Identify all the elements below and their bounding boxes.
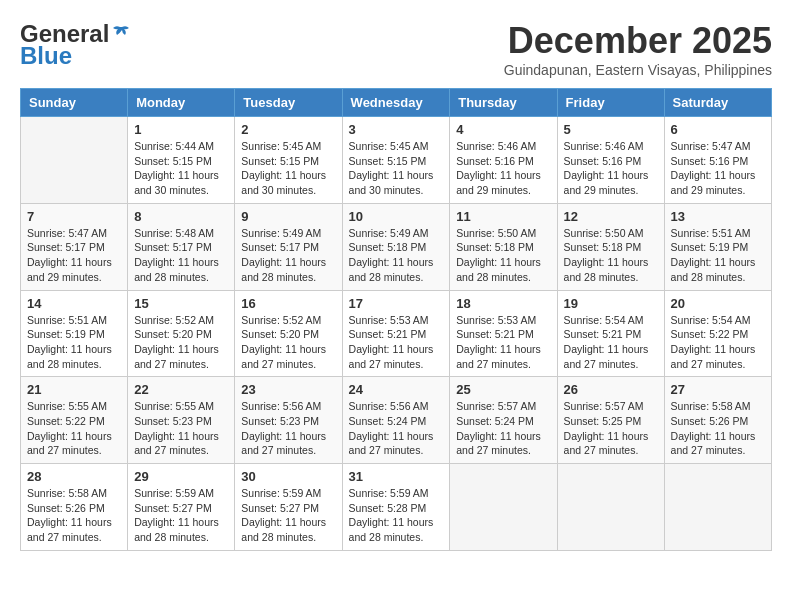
calendar-cell: 5Sunrise: 5:46 AMSunset: 5:16 PMDaylight…: [557, 117, 664, 204]
day-info: Sunrise: 5:53 AMSunset: 5:21 PMDaylight:…: [456, 313, 550, 372]
calendar-week-row: 7Sunrise: 5:47 AMSunset: 5:17 PMDaylight…: [21, 203, 772, 290]
calendar-week-row: 1Sunrise: 5:44 AMSunset: 5:15 PMDaylight…: [21, 117, 772, 204]
calendar-week-row: 28Sunrise: 5:58 AMSunset: 5:26 PMDayligh…: [21, 464, 772, 551]
day-number: 3: [349, 122, 444, 137]
day-info: Sunrise: 5:50 AMSunset: 5:18 PMDaylight:…: [564, 226, 658, 285]
calendar-cell: 17Sunrise: 5:53 AMSunset: 5:21 PMDayligh…: [342, 290, 450, 377]
calendar-cell: 28Sunrise: 5:58 AMSunset: 5:26 PMDayligh…: [21, 464, 128, 551]
calendar-cell: 4Sunrise: 5:46 AMSunset: 5:16 PMDaylight…: [450, 117, 557, 204]
day-number: 7: [27, 209, 121, 224]
day-info: Sunrise: 5:55 AMSunset: 5:23 PMDaylight:…: [134, 399, 228, 458]
day-info: Sunrise: 5:51 AMSunset: 5:19 PMDaylight:…: [27, 313, 121, 372]
column-header-friday: Friday: [557, 89, 664, 117]
calendar-cell: 3Sunrise: 5:45 AMSunset: 5:15 PMDaylight…: [342, 117, 450, 204]
day-number: 6: [671, 122, 765, 137]
calendar-cell: 20Sunrise: 5:54 AMSunset: 5:22 PMDayligh…: [664, 290, 771, 377]
day-info: Sunrise: 5:52 AMSunset: 5:20 PMDaylight:…: [241, 313, 335, 372]
calendar-cell: 9Sunrise: 5:49 AMSunset: 5:17 PMDaylight…: [235, 203, 342, 290]
day-number: 16: [241, 296, 335, 311]
month-year-title: December 2025: [504, 20, 772, 62]
calendar-cell: [664, 464, 771, 551]
day-number: 17: [349, 296, 444, 311]
calendar-cell: 2Sunrise: 5:45 AMSunset: 5:15 PMDaylight…: [235, 117, 342, 204]
day-info: Sunrise: 5:58 AMSunset: 5:26 PMDaylight:…: [27, 486, 121, 545]
day-info: Sunrise: 5:47 AMSunset: 5:16 PMDaylight:…: [671, 139, 765, 198]
day-number: 29: [134, 469, 228, 484]
calendar-cell: [450, 464, 557, 551]
day-number: 10: [349, 209, 444, 224]
day-number: 25: [456, 382, 550, 397]
day-info: Sunrise: 5:56 AMSunset: 5:23 PMDaylight:…: [241, 399, 335, 458]
day-info: Sunrise: 5:56 AMSunset: 5:24 PMDaylight:…: [349, 399, 444, 458]
day-info: Sunrise: 5:44 AMSunset: 5:15 PMDaylight:…: [134, 139, 228, 198]
day-info: Sunrise: 5:49 AMSunset: 5:17 PMDaylight:…: [241, 226, 335, 285]
day-info: Sunrise: 5:53 AMSunset: 5:21 PMDaylight:…: [349, 313, 444, 372]
day-info: Sunrise: 5:59 AMSunset: 5:27 PMDaylight:…: [241, 486, 335, 545]
calendar-cell: 10Sunrise: 5:49 AMSunset: 5:18 PMDayligh…: [342, 203, 450, 290]
logo: General Blue: [20, 20, 133, 70]
column-header-tuesday: Tuesday: [235, 89, 342, 117]
calendar-cell: 15Sunrise: 5:52 AMSunset: 5:20 PMDayligh…: [128, 290, 235, 377]
day-info: Sunrise: 5:51 AMSunset: 5:19 PMDaylight:…: [671, 226, 765, 285]
page-header: General Blue December 2025 Guindapunan, …: [20, 20, 772, 78]
day-info: Sunrise: 5:46 AMSunset: 5:16 PMDaylight:…: [456, 139, 550, 198]
calendar-cell: 16Sunrise: 5:52 AMSunset: 5:20 PMDayligh…: [235, 290, 342, 377]
column-header-saturday: Saturday: [664, 89, 771, 117]
calendar-cell: 26Sunrise: 5:57 AMSunset: 5:25 PMDayligh…: [557, 377, 664, 464]
calendar-cell: 30Sunrise: 5:59 AMSunset: 5:27 PMDayligh…: [235, 464, 342, 551]
day-info: Sunrise: 5:54 AMSunset: 5:22 PMDaylight:…: [671, 313, 765, 372]
day-info: Sunrise: 5:50 AMSunset: 5:18 PMDaylight:…: [456, 226, 550, 285]
column-header-monday: Monday: [128, 89, 235, 117]
day-number: 21: [27, 382, 121, 397]
calendar-cell: 12Sunrise: 5:50 AMSunset: 5:18 PMDayligh…: [557, 203, 664, 290]
calendar-cell: 25Sunrise: 5:57 AMSunset: 5:24 PMDayligh…: [450, 377, 557, 464]
logo-blue: Blue: [20, 42, 72, 70]
calendar-cell: [557, 464, 664, 551]
day-number: 31: [349, 469, 444, 484]
day-info: Sunrise: 5:54 AMSunset: 5:21 PMDaylight:…: [564, 313, 658, 372]
location-subtitle: Guindapunan, Eastern Visayas, Philippine…: [504, 62, 772, 78]
column-header-thursday: Thursday: [450, 89, 557, 117]
calendar-cell: 8Sunrise: 5:48 AMSunset: 5:17 PMDaylight…: [128, 203, 235, 290]
day-number: 30: [241, 469, 335, 484]
calendar-cell: 1Sunrise: 5:44 AMSunset: 5:15 PMDaylight…: [128, 117, 235, 204]
day-number: 15: [134, 296, 228, 311]
calendar-cell: [21, 117, 128, 204]
day-number: 8: [134, 209, 228, 224]
day-number: 14: [27, 296, 121, 311]
day-number: 13: [671, 209, 765, 224]
day-info: Sunrise: 5:52 AMSunset: 5:20 PMDaylight:…: [134, 313, 228, 372]
calendar-cell: 18Sunrise: 5:53 AMSunset: 5:21 PMDayligh…: [450, 290, 557, 377]
day-number: 28: [27, 469, 121, 484]
calendar-week-row: 14Sunrise: 5:51 AMSunset: 5:19 PMDayligh…: [21, 290, 772, 377]
day-number: 20: [671, 296, 765, 311]
column-header-sunday: Sunday: [21, 89, 128, 117]
day-number: 19: [564, 296, 658, 311]
day-number: 12: [564, 209, 658, 224]
calendar-cell: 11Sunrise: 5:50 AMSunset: 5:18 PMDayligh…: [450, 203, 557, 290]
calendar-cell: 13Sunrise: 5:51 AMSunset: 5:19 PMDayligh…: [664, 203, 771, 290]
day-info: Sunrise: 5:48 AMSunset: 5:17 PMDaylight:…: [134, 226, 228, 285]
day-info: Sunrise: 5:46 AMSunset: 5:16 PMDaylight:…: [564, 139, 658, 198]
day-info: Sunrise: 5:58 AMSunset: 5:26 PMDaylight:…: [671, 399, 765, 458]
day-info: Sunrise: 5:47 AMSunset: 5:17 PMDaylight:…: [27, 226, 121, 285]
day-info: Sunrise: 5:49 AMSunset: 5:18 PMDaylight:…: [349, 226, 444, 285]
title-section: December 2025 Guindapunan, Eastern Visay…: [504, 20, 772, 78]
day-info: Sunrise: 5:59 AMSunset: 5:28 PMDaylight:…: [349, 486, 444, 545]
day-number: 1: [134, 122, 228, 137]
day-info: Sunrise: 5:59 AMSunset: 5:27 PMDaylight:…: [134, 486, 228, 545]
day-number: 24: [349, 382, 444, 397]
calendar-cell: 6Sunrise: 5:47 AMSunset: 5:16 PMDaylight…: [664, 117, 771, 204]
calendar-cell: 7Sunrise: 5:47 AMSunset: 5:17 PMDaylight…: [21, 203, 128, 290]
day-number: 22: [134, 382, 228, 397]
calendar-cell: 21Sunrise: 5:55 AMSunset: 5:22 PMDayligh…: [21, 377, 128, 464]
calendar-cell: 29Sunrise: 5:59 AMSunset: 5:27 PMDayligh…: [128, 464, 235, 551]
calendar-cell: 19Sunrise: 5:54 AMSunset: 5:21 PMDayligh…: [557, 290, 664, 377]
calendar-table: SundayMondayTuesdayWednesdayThursdayFrid…: [20, 88, 772, 551]
calendar-cell: 14Sunrise: 5:51 AMSunset: 5:19 PMDayligh…: [21, 290, 128, 377]
calendar-cell: 23Sunrise: 5:56 AMSunset: 5:23 PMDayligh…: [235, 377, 342, 464]
day-number: 26: [564, 382, 658, 397]
calendar-week-row: 21Sunrise: 5:55 AMSunset: 5:22 PMDayligh…: [21, 377, 772, 464]
logo-bird-icon: [111, 23, 133, 45]
day-number: 23: [241, 382, 335, 397]
